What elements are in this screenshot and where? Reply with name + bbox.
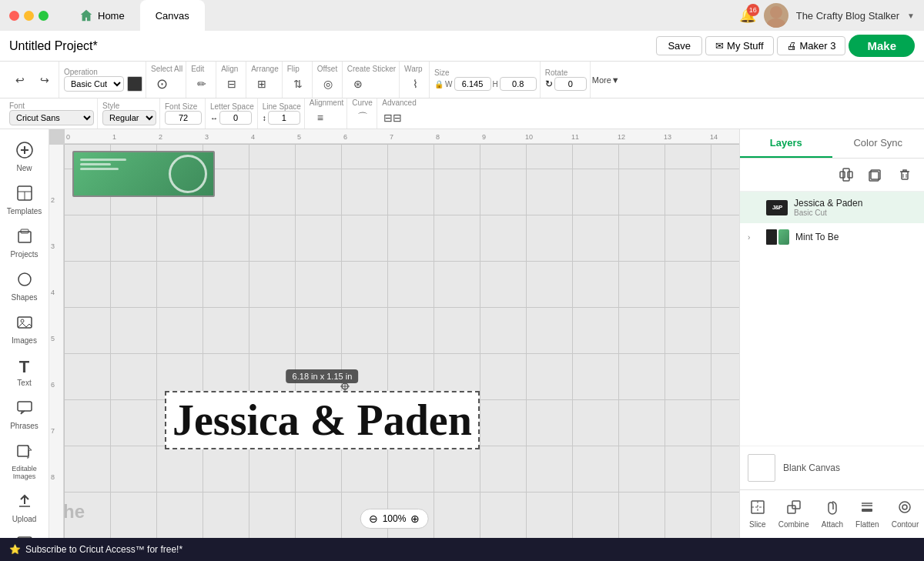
sidebar-item-monogram[interactable]: M Monogram xyxy=(3,529,46,538)
zoom-out-button[interactable]: ⊖ xyxy=(369,513,378,525)
redo-button[interactable]: ↪ xyxy=(34,69,55,91)
attach-button[interactable]: Attach xyxy=(815,496,849,532)
slice-label: Slice xyxy=(749,520,766,529)
close-button[interactable] xyxy=(9,11,19,21)
duplicate-button[interactable] xyxy=(864,163,887,186)
create-sticker-button[interactable]: ⊛ xyxy=(347,73,369,95)
layer-item-mint-to-be[interactable]: › Mint To Be xyxy=(740,223,924,251)
advanced-button[interactable]: ⊟⊟ xyxy=(382,107,403,129)
align-button[interactable]: ⊟ xyxy=(221,73,243,95)
flatten-button[interactable]: Flatten xyxy=(849,496,886,532)
user-menu-chevron[interactable]: ▼ xyxy=(907,12,915,20)
offset-control: Offset ◎ xyxy=(317,65,339,95)
arrange-button[interactable]: ⊞ xyxy=(251,73,273,95)
editable-images-icon xyxy=(16,442,33,463)
size-inputs: 🔒 W H xyxy=(434,77,537,91)
operation-select[interactable]: Basic Cut xyxy=(64,76,124,92)
left-sidebar: New Templates Projects Shapes Images xyxy=(0,129,49,538)
sidebar-item-images[interactable]: Images xyxy=(3,308,46,351)
alignment-group: Alignment ≡ xyxy=(306,99,347,129)
line-space-inputs: ↕ xyxy=(263,111,300,125)
warp-button[interactable]: ⌇ xyxy=(404,73,426,95)
layer-item-jessica-paden[interactable]: J&P Jessica & Paden Basic Cut xyxy=(740,192,924,223)
canvas-text-element[interactable]: 6.18 in x 1.15 in Jessica & Paden xyxy=(165,391,480,449)
svg-text:3: 3 xyxy=(205,133,209,141)
sidebar-item-templates[interactable]: Templates xyxy=(3,179,46,222)
create-sticker-control: Create Sticker ⊛ xyxy=(347,65,396,95)
edit-group: Edit ✏ xyxy=(188,62,216,98)
slice-button[interactable]: Slice xyxy=(743,496,772,532)
undo-button[interactable]: ↩ xyxy=(9,69,31,91)
more-button[interactable]: More ▼ xyxy=(595,69,617,91)
arrange-label: Arrange xyxy=(251,65,279,73)
tab-canvas[interactable]: Canvas xyxy=(140,0,205,31)
tab-home[interactable]: Home xyxy=(64,0,140,31)
svg-rect-51 xyxy=(902,172,908,179)
minimize-button[interactable] xyxy=(24,11,34,21)
sidebar-item-phrases[interactable]: Phrases xyxy=(3,393,46,436)
sidebar-label-projects: Projects xyxy=(10,250,38,259)
select-all-button[interactable]: ⊙ xyxy=(151,73,172,95)
svg-point-63 xyxy=(902,505,907,509)
svg-text:9: 9 xyxy=(482,133,486,141)
canvas-area[interactable]: 0 1 2 3 4 5 6 7 8 9 10 11 12 13 14 1 xyxy=(49,129,739,538)
group-button[interactable] xyxy=(835,163,858,186)
save-button[interactable]: Save xyxy=(656,36,702,55)
font-select[interactable]: Cricut Sans xyxy=(9,110,94,125)
maker-button[interactable]: 🖨 Maker 3 xyxy=(777,36,846,55)
notifications-button[interactable]: 🔔 16 xyxy=(739,7,756,24)
height-input[interactable] xyxy=(500,77,537,91)
svg-rect-47 xyxy=(848,172,852,178)
canvas-text-content[interactable]: Jessica & Paden xyxy=(172,396,472,445)
main-area: New Templates Projects Shapes Images xyxy=(0,129,924,538)
contour-button[interactable]: Contour xyxy=(886,496,924,532)
curve-button[interactable]: ⌒ xyxy=(352,107,373,129)
blank-canvas-label: Blank Canvas xyxy=(783,462,840,473)
combine-button[interactable]: Combine xyxy=(772,496,815,532)
line-space-group: Line Space ↕ xyxy=(259,99,305,129)
project-title[interactable]: Untitled Project* xyxy=(9,39,98,53)
projects-icon xyxy=(16,228,33,249)
font-label: Font xyxy=(9,102,25,110)
align-label: Align xyxy=(221,65,238,73)
align-control: Align ⊟ xyxy=(221,65,243,95)
sidebar-label-new: New xyxy=(16,164,32,172)
sidebar-item-text[interactable]: T Text xyxy=(3,351,46,393)
alignment-button[interactable]: ≡ xyxy=(310,107,331,129)
sidebar-item-new[interactable]: New xyxy=(3,135,46,179)
letter-space-input[interactable] xyxy=(219,111,252,125)
offset-button[interactable]: ◎ xyxy=(317,73,339,95)
canvas-thumbnail[interactable] xyxy=(72,151,215,197)
flip-group: Flip ⇅ xyxy=(284,62,313,98)
make-button[interactable]: Make xyxy=(849,35,915,57)
sidebar-item-projects[interactable]: Projects xyxy=(3,222,46,265)
subscribe-text: Subscribe to Cricut Access™ for free!* xyxy=(25,544,182,555)
delete-button[interactable] xyxy=(893,163,916,186)
sidebar-item-shapes[interactable]: Shapes xyxy=(3,265,46,308)
edit-button[interactable]: ✏ xyxy=(191,73,213,95)
sidebar-item-upload[interactable]: Upload xyxy=(3,486,46,529)
svg-rect-59 xyxy=(862,509,872,512)
rotate-input[interactable] xyxy=(554,77,587,91)
tab-color-sync[interactable]: Color Sync xyxy=(832,129,925,158)
canvas-content[interactable]: 6.18 in x 1.15 in Jessica & Paden xyxy=(65,145,739,538)
color-swatch[interactable] xyxy=(127,76,142,92)
zoom-in-button[interactable]: ⊕ xyxy=(410,513,420,525)
blank-canvas-thumb xyxy=(748,454,775,482)
style-select[interactable]: Regular xyxy=(102,110,156,125)
subscribe-banner[interactable]: ⭐ Subscribe to Cricut Access™ for free!* xyxy=(0,538,924,561)
sidebar-item-editable-images[interactable]: Editable Images xyxy=(3,436,46,486)
maximize-button[interactable] xyxy=(38,11,49,21)
layer-expand-mint-to-be[interactable]: › xyxy=(748,233,760,242)
svg-rect-57 xyxy=(788,506,795,513)
sidebar-label-phrases: Phrases xyxy=(10,422,38,430)
user-avatar[interactable] xyxy=(764,3,788,28)
line-space-input[interactable] xyxy=(268,111,300,125)
width-input[interactable] xyxy=(454,77,491,91)
rotate-control: Rotate ↻ xyxy=(545,68,587,91)
operations-bar: ↩ ↪ Operation Basic Cut Select All ⊙ Edi… xyxy=(0,62,924,99)
font-size-input[interactable] xyxy=(165,111,202,125)
my-stuff-button[interactable]: ✉ My Stuff xyxy=(705,36,773,55)
tab-layers[interactable]: Layers xyxy=(740,129,832,158)
flip-button[interactable]: ⇅ xyxy=(287,73,309,95)
